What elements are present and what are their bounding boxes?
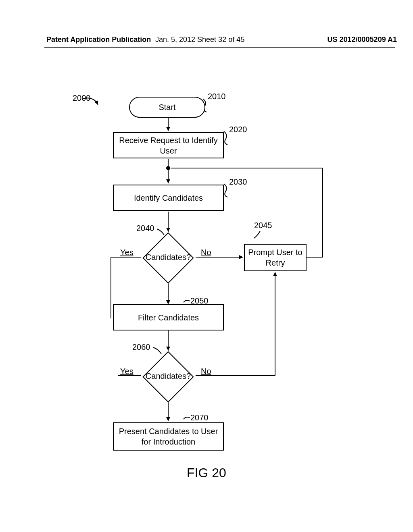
decision-1: Candidates? — [142, 232, 194, 283]
retry-text: Prompt User to Retry — [246, 247, 304, 268]
receive-text: Receive Request to Identify User — [115, 135, 221, 156]
identify-text: Identify Candidates — [134, 193, 203, 203]
ref-2000: 2000 — [73, 94, 91, 103]
edge-no-2: No — [201, 367, 211, 376]
edge-no-1: No — [201, 248, 211, 257]
edge-yes-1: Yes — [120, 248, 133, 257]
receive-box: Receive Request to Identify User — [113, 132, 224, 158]
ref-2020: 2020 — [229, 125, 247, 134]
start-terminator: Start — [129, 97, 205, 118]
figure-label: FIG 20 — [0, 466, 413, 480]
connector-layer-2 — [0, 0, 413, 532]
filter-box: Filter Candidates — [113, 304, 224, 330]
ref-2045: 2045 — [254, 221, 272, 230]
ref-2070: 2070 — [190, 413, 209, 422]
identify-box: Identify Candidates — [113, 185, 224, 211]
present-text: Present Candidates to User for Introduct… — [115, 426, 221, 447]
edge-yes-2: Yes — [120, 367, 133, 376]
decision-2-text: Candidates? — [146, 372, 191, 381]
present-box: Present Candidates to User for Introduct… — [113, 422, 224, 451]
ref-2010: 2010 — [208, 92, 226, 101]
retry-box: Prompt User to Retry — [244, 244, 307, 271]
decision-2: Candidates? — [142, 351, 194, 401]
filter-text: Filter Candidates — [138, 312, 199, 323]
decision-1-text: Candidates? — [146, 253, 191, 262]
start-text: Start — [159, 103, 175, 112]
ref-2030: 2030 — [229, 177, 247, 187]
